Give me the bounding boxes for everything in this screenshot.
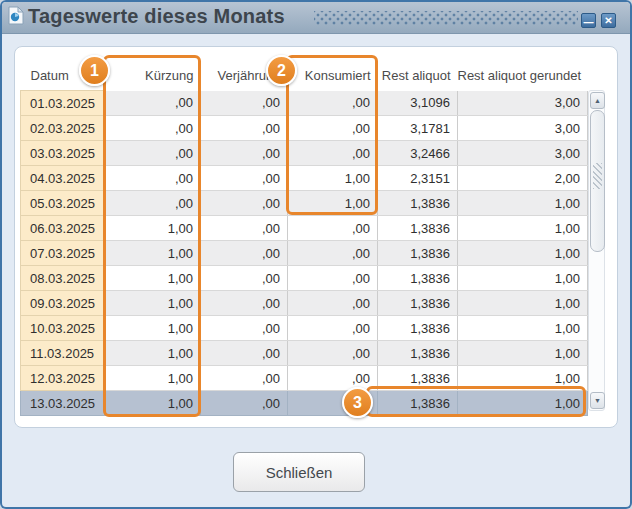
value-cell[interactable]: ,00 — [288, 216, 378, 241]
table-row[interactable]: 06.03.20251,00,00,001,38361,00 — [21, 216, 588, 241]
scroll-up-button[interactable]: ▲ — [590, 92, 605, 109]
value-cell[interactable]: 1,3836 — [378, 291, 458, 316]
value-cell[interactable]: 1,3836 — [378, 316, 458, 341]
table-row[interactable]: 04.03.2025,00,001,002,31512,00 — [21, 166, 588, 191]
table-row[interactable]: 13.03.20251,00,00,001,38361,00 — [21, 391, 588, 416]
value-cell[interactable]: 3,00 — [458, 141, 588, 166]
scroll-down-button[interactable]: ▼ — [590, 392, 605, 409]
value-cell[interactable]: 1,00 — [105, 316, 201, 341]
close-button[interactable]: ✕ — [601, 13, 616, 28]
value-cell[interactable]: ,00 — [288, 366, 378, 391]
value-cell[interactable]: ,00 — [201, 141, 288, 166]
value-cell[interactable]: ,00 — [201, 166, 288, 191]
value-cell[interactable]: 3,1781 — [378, 116, 458, 141]
value-cell[interactable]: 1,00 — [458, 216, 588, 241]
value-cell[interactable]: 1,00 — [458, 291, 588, 316]
value-cell[interactable]: 1,00 — [105, 216, 201, 241]
table-row[interactable]: 10.03.20251,00,00,001,38361,00 — [21, 316, 588, 341]
value-cell[interactable]: ,00 — [201, 391, 288, 416]
value-cell[interactable]: ,00 — [105, 166, 201, 191]
date-cell[interactable]: 13.03.2025 — [21, 391, 105, 416]
table-row[interactable]: 12.03.20251,00,00,001,38361,00 — [21, 366, 588, 391]
date-cell[interactable]: 08.03.2025 — [21, 266, 105, 291]
value-cell[interactable]: 2,3151 — [378, 166, 458, 191]
value-cell[interactable]: ,00 — [201, 366, 288, 391]
value-cell[interactable]: ,00 — [105, 191, 201, 216]
table-row[interactable]: 09.03.20251,00,00,001,38361,00 — [21, 291, 588, 316]
value-cell[interactable]: 1,3836 — [378, 191, 458, 216]
table-row[interactable]: 11.03.20251,00,00,001,38361,00 — [21, 341, 588, 366]
value-cell[interactable]: ,00 — [201, 116, 288, 141]
value-cell[interactable]: 1,00 — [288, 166, 378, 191]
value-cell[interactable]: 1,00 — [105, 366, 201, 391]
value-cell[interactable]: ,00 — [288, 141, 378, 166]
value-cell[interactable]: ,00 — [288, 91, 378, 116]
value-cell[interactable]: 3,1096 — [378, 91, 458, 116]
value-cell[interactable]: 1,00 — [105, 291, 201, 316]
value-cell[interactable]: ,00 — [201, 341, 288, 366]
value-cell[interactable]: ,00 — [201, 91, 288, 116]
table-row[interactable]: 07.03.20251,00,00,001,38361,00 — [21, 241, 588, 266]
value-cell[interactable]: 1,3836 — [378, 366, 458, 391]
value-cell[interactable]: 1,00 — [458, 316, 588, 341]
value-cell[interactable]: ,00 — [201, 266, 288, 291]
value-cell[interactable]: ,00 — [201, 191, 288, 216]
date-cell[interactable]: 01.03.2025 — [21, 91, 105, 116]
value-cell[interactable]: ,00 — [288, 116, 378, 141]
date-cell[interactable]: 11.03.2025 — [21, 341, 105, 366]
value-cell[interactable]: ,00 — [201, 241, 288, 266]
value-cell[interactable]: ,00 — [288, 391, 378, 416]
value-cell[interactable]: 3,00 — [458, 116, 588, 141]
value-cell[interactable]: 1,00 — [105, 341, 201, 366]
table-row[interactable]: 05.03.2025,00,001,001,38361,00 — [21, 191, 588, 216]
header-row: Datum Kürzung Verjährung Konsumiert Rest… — [21, 62, 588, 91]
value-cell[interactable]: 3,00 — [458, 91, 588, 116]
value-cell[interactable]: 1,00 — [105, 266, 201, 291]
value-cell[interactable]: 1,3836 — [378, 241, 458, 266]
value-cell[interactable]: ,00 — [201, 216, 288, 241]
date-cell[interactable]: 03.03.2025 — [21, 141, 105, 166]
value-cell[interactable]: 1,00 — [105, 391, 201, 416]
value-cell[interactable]: 1,3836 — [378, 216, 458, 241]
value-cell[interactable]: ,00 — [201, 316, 288, 341]
date-cell[interactable]: 10.03.2025 — [21, 316, 105, 341]
minimize-button[interactable]: — — [581, 13, 596, 28]
value-cell[interactable]: ,00 — [288, 291, 378, 316]
value-cell[interactable]: ,00 — [288, 266, 378, 291]
value-cell[interactable]: ,00 — [288, 316, 378, 341]
value-cell[interactable]: 1,00 — [458, 366, 588, 391]
date-cell[interactable]: 07.03.2025 — [21, 241, 105, 266]
value-cell[interactable]: 1,00 — [458, 241, 588, 266]
value-cell[interactable]: 1,00 — [458, 391, 588, 416]
table-row[interactable]: 08.03.20251,00,00,001,38361,00 — [21, 266, 588, 291]
value-cell[interactable]: ,00 — [105, 116, 201, 141]
value-cell[interactable]: ,00 — [288, 241, 378, 266]
value-cell[interactable]: 1,3836 — [378, 391, 458, 416]
date-cell[interactable]: 12.03.2025 — [21, 366, 105, 391]
value-cell[interactable]: 1,00 — [458, 191, 588, 216]
vertical-scrollbar[interactable]: ▲ ▼ — [588, 90, 605, 411]
table-row[interactable]: 03.03.2025,00,00,003,24663,00 — [21, 141, 588, 166]
value-cell[interactable]: ,00 — [105, 91, 201, 116]
close-dialog-button[interactable]: Schließen — [233, 452, 365, 492]
value-cell[interactable]: 1,00 — [458, 341, 588, 366]
date-cell[interactable]: 02.03.2025 — [21, 116, 105, 141]
value-cell[interactable]: 1,00 — [458, 266, 588, 291]
table-row[interactable]: 01.03.2025,00,00,003,10963,00 — [21, 91, 588, 116]
date-cell[interactable]: 05.03.2025 — [21, 191, 105, 216]
table-row[interactable]: 02.03.2025,00,00,003,17813,00 — [21, 116, 588, 141]
value-cell[interactable]: ,00 — [201, 291, 288, 316]
value-cell[interactable]: ,00 — [105, 141, 201, 166]
value-cell[interactable]: 1,00 — [288, 191, 378, 216]
value-cell[interactable]: 3,2466 — [378, 141, 458, 166]
date-cell[interactable]: 04.03.2025 — [21, 166, 105, 191]
scrollbar-thumb[interactable] — [590, 110, 605, 252]
value-cell[interactable]: ,00 — [288, 341, 378, 366]
value-cell[interactable]: 1,3836 — [378, 266, 458, 291]
value-cell[interactable]: 1,3836 — [378, 341, 458, 366]
value-cell[interactable]: 2,00 — [458, 166, 588, 191]
date-cell[interactable]: 06.03.2025 — [21, 216, 105, 241]
column-header-datum: Datum — [21, 62, 105, 91]
value-cell[interactable]: 1,00 — [105, 241, 201, 266]
date-cell[interactable]: 09.03.2025 — [21, 291, 105, 316]
